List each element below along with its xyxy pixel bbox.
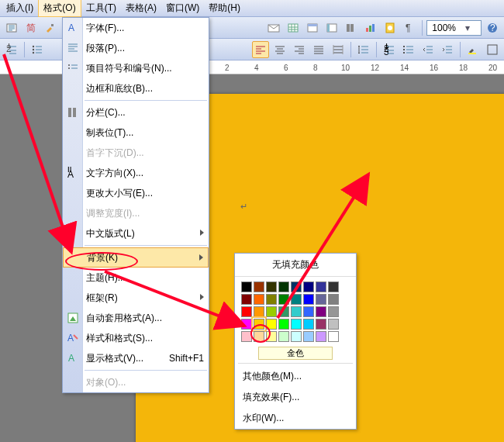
- menu-background[interactable]: 背景(K): [63, 247, 209, 268]
- color-swatch[interactable]: [303, 281, 314, 292]
- spreadsheet-icon[interactable]: [304, 19, 321, 36]
- menu-cjk[interactable]: 中文版式(L): [63, 223, 209, 243]
- docmap-icon[interactable]: [381, 19, 399, 36]
- border-icon[interactable]: [484, 41, 501, 58]
- color-swatch[interactable]: [254, 281, 264, 292]
- more-colors[interactable]: 其他颜色(M)...: [235, 366, 356, 387]
- read-button[interactable]: [3, 19, 20, 36]
- numbering-icon[interactable]: 12: [3, 41, 20, 58]
- color-swatch[interactable]: [241, 281, 252, 292]
- color-swatch[interactable]: [316, 294, 326, 305]
- color-swatch[interactable]: [328, 331, 339, 342]
- list-icon: [66, 61, 80, 75]
- color-swatch[interactable]: [278, 281, 289, 292]
- color-swatch[interactable]: [316, 319, 326, 330]
- form-icon[interactable]: [323, 19, 340, 36]
- zoom-combo[interactable]: 100%▾: [426, 20, 482, 36]
- brush-button[interactable]: [42, 19, 59, 36]
- menu-help[interactable]: 帮助(H): [204, 0, 245, 16]
- pilcrow-icon[interactable]: ¶: [401, 19, 418, 36]
- numlist-icon[interactable]: 123: [381, 41, 398, 58]
- color-swatch[interactable]: [266, 331, 277, 342]
- svg-rect-36: [73, 108, 76, 117]
- color-swatch[interactable]: [241, 319, 252, 330]
- color-swatch[interactable]: [278, 294, 289, 305]
- color-swatch[interactable]: [266, 306, 277, 317]
- menu-window[interactable]: 窗口(W): [161, 0, 204, 16]
- color-swatch[interactable]: [316, 281, 326, 292]
- menu-insert[interactable]: 插入(I): [2, 0, 38, 16]
- chevron-down-icon[interactable]: ▾: [456, 22, 479, 33]
- bulletlist-icon[interactable]: [400, 41, 417, 58]
- align-left-icon[interactable]: [252, 41, 269, 58]
- menu-tools[interactable]: 工具(T): [81, 0, 121, 16]
- color-swatch[interactable]: [278, 319, 289, 330]
- help-icon[interactable]: ?: [484, 19, 501, 36]
- no-fill-color[interactable]: 无填充颜色: [235, 254, 356, 277]
- color-swatch[interactable]: [254, 319, 264, 330]
- color-swatch[interactable]: [291, 306, 302, 317]
- color-swatch[interactable]: [328, 306, 339, 317]
- distribute-icon[interactable]: [330, 41, 347, 58]
- color-swatch[interactable]: [291, 331, 302, 342]
- menu-borders[interactable]: 边框和底纹(B)...: [63, 78, 209, 98]
- bullets-icon[interactable]: [29, 41, 46, 58]
- menu-styles[interactable]: A样式和格式(S)...: [63, 328, 209, 348]
- menu-columns[interactable]: 分栏(C)...: [63, 102, 209, 123]
- kanji-button[interactable]: 简: [22, 19, 40, 36]
- fill-effects[interactable]: 填充效果(F)...: [235, 387, 356, 408]
- color-swatch[interactable]: [291, 319, 302, 330]
- color-swatch[interactable]: [328, 294, 339, 305]
- menu-autoformat[interactable]: 自动套用格式(A)...: [63, 308, 209, 328]
- color-swatch[interactable]: [328, 281, 339, 292]
- menu-font[interactable]: A字体(F)...: [63, 18, 209, 38]
- cursor-indicator: ↵: [240, 202, 247, 212]
- color-swatch[interactable]: [316, 331, 326, 342]
- color-swatch[interactable]: [241, 294, 252, 305]
- outdent-icon[interactable]: [419, 41, 437, 58]
- color-swatch[interactable]: [278, 306, 289, 317]
- color-swatch[interactable]: [266, 319, 277, 330]
- chart-icon[interactable]: [362, 19, 379, 36]
- color-swatch[interactable]: [303, 319, 314, 330]
- color-swatch[interactable]: [254, 294, 264, 305]
- color-swatch[interactable]: [254, 306, 264, 317]
- color-swatch[interactable]: [303, 331, 314, 342]
- color-swatch[interactable]: [254, 331, 264, 342]
- svg-text:?: ?: [490, 22, 495, 33]
- linespacing-icon[interactable]: [355, 41, 372, 58]
- highlight-icon[interactable]: [464, 41, 482, 58]
- align-center-icon[interactable]: [271, 41, 288, 58]
- zoom-value: 100%: [432, 22, 456, 33]
- color-swatch[interactable]: [241, 331, 252, 342]
- menu-dropcap: 首字下沉(D)...: [63, 143, 209, 163]
- color-swatch[interactable]: [291, 281, 302, 292]
- table-icon[interactable]: [285, 19, 302, 36]
- menu-bullets[interactable]: 项目符号和编号(N)...: [63, 58, 209, 78]
- color-swatch[interactable]: [266, 294, 277, 305]
- color-swatch[interactable]: [316, 306, 326, 317]
- menu-changecase[interactable]: 更改大小写(E)...: [63, 183, 209, 203]
- color-swatch[interactable]: [303, 306, 314, 317]
- envelope-button[interactable]: [265, 19, 282, 36]
- menu-format[interactable]: 格式(O): [38, 0, 81, 17]
- color-swatch[interactable]: [266, 281, 277, 292]
- color-swatch[interactable]: [303, 294, 314, 305]
- indent-icon[interactable]: [439, 41, 456, 58]
- color-swatch[interactable]: [278, 331, 289, 342]
- align-justify-icon[interactable]: [310, 41, 327, 58]
- color-swatch[interactable]: [291, 294, 302, 305]
- columns-icon[interactable]: [343, 19, 360, 36]
- menu-paragraph[interactable]: 段落(P)...: [63, 38, 209, 58]
- menu-theme[interactable]: 主题(H)...: [63, 268, 209, 288]
- watermark[interactable]: 水印(W)...: [235, 408, 356, 429]
- color-swatch[interactable]: [241, 306, 252, 317]
- menu-textdir[interactable]: llA文字方向(X)...: [63, 163, 209, 183]
- menu-reveal[interactable]: A显示格式(V)...Shift+F1: [63, 348, 209, 368]
- menu-table[interactable]: 表格(A): [121, 0, 161, 16]
- color-swatch[interactable]: [328, 319, 339, 330]
- menu-tabs[interactable]: 制表位(T)...: [63, 123, 209, 143]
- svg-rect-31: [488, 45, 497, 54]
- align-right-icon[interactable]: [291, 41, 308, 58]
- menu-frames[interactable]: 框架(R): [63, 288, 209, 308]
